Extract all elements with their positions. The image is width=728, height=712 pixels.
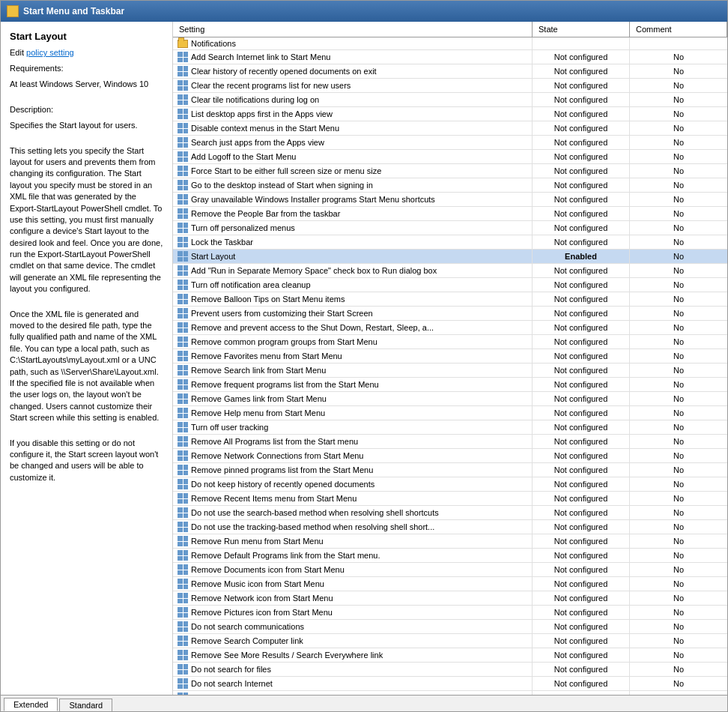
table-row[interactable]: Add "Run in Separate Memory Space" check… — [173, 264, 727, 278]
setting-name: Add Logoff to the Start Menu — [191, 152, 296, 161]
setting-name: List desktop apps first in the Apps view — [191, 109, 333, 118]
table-row[interactable]: Gray unavailable Windows Installer progr… — [173, 193, 727, 207]
table-row[interactable]: Remove Search Computer linkNot configure… — [173, 634, 727, 648]
setting-icon — [178, 66, 188, 76]
table-row[interactable]: Remove the People Bar from the taskbarNo… — [173, 207, 727, 221]
setting-name: Clear tile notifications during log on — [191, 95, 319, 104]
table-row[interactable]: Remove frequent programs list from the S… — [173, 378, 727, 392]
setting-name: Go to the desktop instead of Start when … — [191, 181, 373, 190]
setting-icon — [178, 379, 188, 390]
table-row[interactable]: Remove Default Programs link from the St… — [173, 549, 727, 563]
setting-icon — [178, 636, 188, 646]
description-label: Description: — [10, 104, 163, 115]
setting-state: Not configured — [533, 335, 630, 349]
tab-standard[interactable]: Standard — [59, 699, 112, 711]
setting-name-cell: Do not use the tracking-based method whe… — [173, 520, 533, 534]
table-row[interactable]: Remove common program groups from Start … — [173, 335, 727, 349]
setting-comment: No — [630, 207, 727, 220]
setting-state: Not configured — [533, 221, 630, 235]
setting-name: Prevent users from customizing their Sta… — [191, 309, 373, 318]
policy-link[interactable]: policy setting — [26, 48, 74, 57]
setting-comment: No — [630, 563, 727, 576]
setting-name-cell: Remove Favorites menu from Start Menu — [173, 349, 533, 363]
setting-icon — [178, 607, 188, 618]
setting-name-cell: Remove Search Computer link — [173, 634, 533, 648]
table-row[interactable]: Clear tile notifications during log onNo… — [173, 93, 727, 107]
table-row[interactable]: Remove Network icon from Start MenuNot c… — [173, 591, 727, 606]
table-row[interactable]: Notifications — [173, 37, 727, 50]
setting-name: Remove Search Computer link — [191, 636, 303, 645]
table-row[interactable]: Remove Music icon from Start MenuNot con… — [173, 577, 727, 591]
table-row[interactable]: Remove Documents icon from Start MenuNot… — [173, 563, 727, 577]
setting-state: Not configured — [533, 477, 630, 491]
table-row[interactable]: Start LayoutEnabledNo — [173, 250, 727, 264]
table-row[interactable]: Lock the TaskbarNot configuredNo — [173, 235, 727, 250]
table-row[interactable]: Prevent users from customizing their Sta… — [173, 307, 727, 321]
table-row[interactable]: Go to the desktop instead of Start when … — [173, 178, 727, 193]
table-row[interactable]: Turn off user trackingNot configuredNo — [173, 420, 727, 435]
setting-icon — [178, 664, 188, 675]
setting-name-cell: Remove and prevent access to the Shut Do… — [173, 321, 533, 334]
setting-state: Not configured — [533, 150, 630, 163]
table-row[interactable]: Disable context menus in the Start MenuN… — [173, 121, 727, 136]
setting-state: Not configured — [533, 591, 630, 605]
table-row[interactable]: Remove Search link from Start MenuNot co… — [173, 363, 727, 378]
setting-name: Clear the recent programs list for new u… — [191, 81, 351, 90]
setting-state: Not configured — [533, 321, 630, 334]
table-row[interactable]: Remove Run menu from Start MenuNot confi… — [173, 534, 727, 549]
setting-comment: No — [630, 136, 727, 149]
table-row[interactable]: Clear history of recently opened documen… — [173, 64, 727, 79]
table-row[interactable]: Clear the recent programs list for new u… — [173, 79, 727, 93]
table-row[interactable]: Remove Balloon Tips on Start Menu itemsN… — [173, 292, 727, 307]
setting-name-cell: Remove Balloon Tips on Start Menu items — [173, 292, 533, 306]
table-row[interactable]: Remove Pictures icon from Start MenuNot … — [173, 606, 727, 620]
table-row[interactable]: Remove Games link from Start MenuNot con… — [173, 392, 727, 406]
setting-name: Force Start to be either full screen siz… — [191, 166, 381, 175]
table-row[interactable]: Do not search communicationsNot configur… — [173, 620, 727, 634]
table-row[interactable]: Add Logoff to the Start MenuNot configur… — [173, 150, 727, 164]
tab-extended[interactable]: Extended — [4, 698, 58, 711]
setting-state: Not configured — [533, 492, 630, 505]
setting-name-cell: Turn off personalized menus — [173, 221, 533, 235]
table-row[interactable]: Search just apps from the Apps viewNot c… — [173, 136, 727, 150]
setting-state: Not configured — [533, 178, 630, 192]
setting-icon — [178, 52, 188, 62]
setting-comment: No — [630, 121, 727, 135]
table-row[interactable]: Do not keep history of recently opened d… — [173, 477, 727, 492]
setting-state: Not configured — [533, 634, 630, 648]
setting-comment: No — [630, 606, 727, 619]
table-row[interactable]: Force Start to be either full screen siz… — [173, 164, 727, 178]
table-row[interactable]: Remove Recent Items menu from Start Menu… — [173, 492, 727, 506]
setting-icon — [178, 593, 188, 603]
table-row[interactable]: Do not use the search-based method when … — [173, 506, 727, 520]
table-body[interactable]: NotificationsAdd Search Internet link to… — [173, 37, 727, 695]
panel-heading: Start Layout — [10, 31, 163, 42]
setting-icon — [178, 166, 188, 176]
table-row[interactable]: Turn off personalized menusNot configure… — [173, 221, 727, 235]
table-row[interactable]: Remove and prevent access to the Shut Do… — [173, 321, 727, 335]
table-row[interactable]: Do not search for filesNot configuredNo — [173, 663, 727, 677]
table-row[interactable]: Do not use the tracking-based method whe… — [173, 520, 727, 534]
setting-comment: No — [630, 321, 727, 334]
setting-comment: No — [630, 648, 727, 662]
setting-name-cell: Remove Help menu from Start Menu — [173, 406, 533, 420]
setting-name-cell: Remove the People Bar from the taskbar — [173, 207, 533, 220]
table-row[interactable]: Remove See More Results / Search Everywh… — [173, 648, 727, 663]
setting-name: Remove Music icon from Start Menu — [191, 579, 324, 588]
table-row[interactable]: Turn off notification area cleanupNot co… — [173, 278, 727, 292]
table-row[interactable]: Remove All Programs list from the Start … — [173, 435, 727, 449]
table-row[interactable]: Do not search InternetNot configuredNo — [173, 677, 727, 691]
setting-comment: No — [630, 420, 727, 434]
table-row[interactable]: Remove Help menu from Start MenuNot conf… — [173, 406, 727, 420]
table-row[interactable]: Remove pinned programs list from the Sta… — [173, 463, 727, 477]
setting-comment: No — [630, 577, 727, 591]
setting-state: Not configured — [533, 449, 630, 462]
setting-name-cell: Remove common program groups from Start … — [173, 335, 533, 349]
table-row[interactable]: Add Search Internet link to Start MenuNo… — [173, 50, 727, 64]
table-row[interactable]: List desktop apps first in the Apps view… — [173, 107, 727, 121]
setting-state: Not configured — [533, 406, 630, 420]
table-row[interactable]: Remove Network Connections from Start Me… — [173, 449, 727, 463]
setting-name: Do not search Internet — [191, 679, 273, 688]
table-row[interactable]: Remove Favorites menu from Start MenuNot… — [173, 349, 727, 363]
setting-name: Remove pinned programs list from the Sta… — [191, 465, 373, 474]
